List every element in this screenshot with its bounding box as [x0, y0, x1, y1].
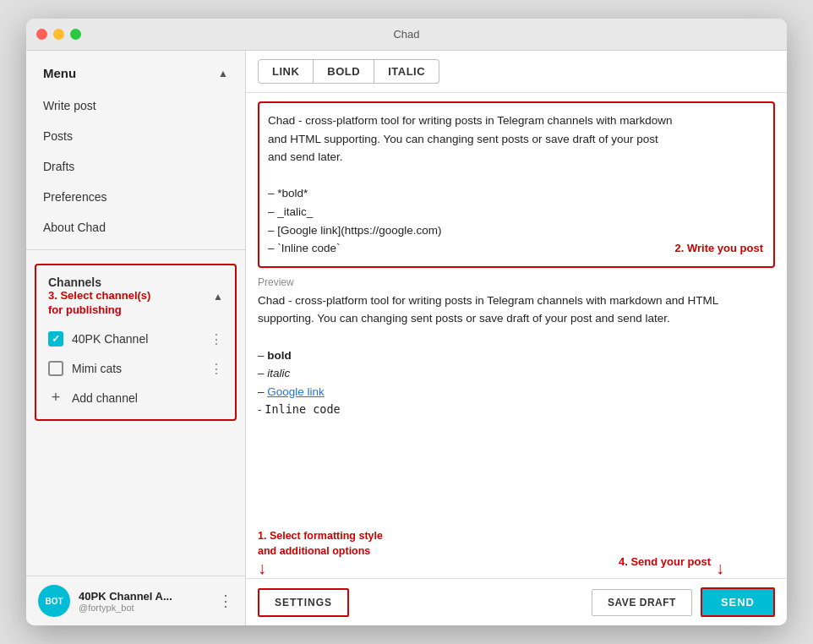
- channel-name-40pk: 40PK Channel: [72, 332, 201, 346]
- add-channel-item[interactable]: + Add channel: [36, 384, 235, 412]
- settings-button[interactable]: SETTINGS: [258, 588, 349, 617]
- channels-title-block: Channels 3. Select channel(s) for publis…: [48, 276, 150, 318]
- format-link-button[interactable]: LINK: [258, 59, 314, 84]
- add-channel-label: Add channel: [72, 391, 138, 405]
- format-bold-button[interactable]: BOLD: [314, 59, 374, 84]
- send-arrow-icon: ↓: [716, 559, 724, 578]
- preview-bold-item: – bold: [258, 347, 775, 365]
- preview-link-item: – Google link: [258, 383, 775, 401]
- save-draft-button[interactable]: SAVE DRAFT: [592, 589, 692, 616]
- sidebar: Menu ▲ Write post Posts Drafts Preferenc…: [26, 51, 246, 625]
- minimize-button[interactable]: [53, 29, 64, 40]
- add-channel-icon: +: [48, 390, 63, 406]
- sidebar-footer: BOT 40PK Channel A... @fortypk_bot ⋮: [26, 576, 245, 625]
- bot-name: 40PK Channel A...: [79, 590, 210, 603]
- channel-checkbox-40pk[interactable]: [48, 331, 63, 347]
- bot-info: 40PK Channel A... @fortypk_bot: [79, 590, 210, 613]
- bot-username: @fortypk_bot: [79, 603, 210, 613]
- channel-dots-40pk[interactable]: ⋮: [210, 331, 223, 347]
- post-editor[interactable]: Chad - cross-platform tool for writing p…: [258, 101, 775, 268]
- formatting-annotation: 1. Select formatting style and additiona…: [258, 529, 775, 559]
- preview-intro: Chad - cross-platform tool for writing p…: [258, 292, 775, 328]
- preview-italic-text: italic: [267, 367, 290, 379]
- editor-link-line: – [Google link](https://google.com): [268, 221, 765, 240]
- channels-header: Channels 3. Select channel(s) for publis…: [36, 272, 235, 325]
- titlebar: Chad: [26, 19, 787, 51]
- channels-annotation: 3. Select channel(s) for publishing: [48, 289, 150, 318]
- channel-item-mimi: Mimi cats ⋮: [36, 354, 235, 384]
- send-button[interactable]: SEND: [701, 587, 775, 617]
- preview-italic-item: – italic: [258, 364, 775, 383]
- channel-name-mimi: Mimi cats: [72, 362, 201, 375]
- maximize-button[interactable]: [70, 29, 81, 40]
- channel-checkbox-mimi[interactable]: [48, 361, 63, 376]
- close-button[interactable]: [36, 29, 47, 40]
- sidebar-item-write-post[interactable]: Write post: [26, 90, 245, 121]
- bottom-bar: 4. Send your post SETTINGS SAVE DRAFT SE…: [246, 578, 787, 625]
- channels-title: Channels: [48, 276, 150, 289]
- editor-line-3: and send later.: [268, 148, 765, 166]
- send-annotation: 4. Send your post: [619, 555, 711, 568]
- settings-arrow-icon: ↓: [258, 559, 266, 578]
- preview-link-text[interactable]: Google link: [267, 385, 325, 398]
- editor-bold-line: – *bold*: [268, 184, 765, 203]
- preview-code-text: Inline code: [265, 402, 340, 416]
- format-bar: LINK BOLD ITALIC: [246, 51, 787, 93]
- channels-section: Channels 3. Select channel(s) for publis…: [35, 264, 237, 421]
- sidebar-item-about[interactable]: About Chad: [26, 212, 245, 243]
- bot-dots-icon[interactable]: ⋮: [218, 592, 233, 610]
- preview-code-item: - Inline code: [258, 401, 775, 419]
- menu-header: Menu ▲: [26, 51, 245, 90]
- channels-chevron-icon: ▲: [213, 291, 223, 303]
- menu-chevron-icon: ▲: [218, 68, 228, 79]
- write-annotation: 2. Write you post: [675, 240, 764, 258]
- format-italic-button[interactable]: ITALIC: [374, 59, 439, 84]
- content-area: LINK BOLD ITALIC Chad - cross-platform t…: [246, 51, 787, 625]
- editor-line-1: Chad - cross-platform tool for writing p…: [268, 112, 765, 130]
- window-controls: [36, 29, 81, 40]
- editor-line-2: and HTML supporting. You can changing se…: [268, 130, 765, 149]
- avatar: BOT: [38, 585, 70, 617]
- preview-label: Preview: [258, 276, 775, 288]
- preview-bold-text: bold: [267, 349, 292, 362]
- channel-dots-mimi[interactable]: ⋮: [210, 361, 223, 377]
- sidebar-item-drafts[interactable]: Drafts: [26, 151, 245, 182]
- sidebar-item-preferences[interactable]: Preferences: [26, 182, 245, 212]
- preview-area: Chad - cross-platform tool for writing p…: [258, 292, 775, 524]
- sidebar-item-posts[interactable]: Posts: [26, 121, 245, 151]
- sidebar-divider: [26, 249, 245, 250]
- channel-item-40pk: 40PK Channel ⋮: [36, 325, 235, 354]
- main-layout: Menu ▲ Write post Posts Drafts Preferenc…: [26, 51, 787, 625]
- editor-italic-line: – _italic_: [268, 203, 765, 221]
- menu-title: Menu: [43, 66, 76, 80]
- app-window: Chad Menu ▲ Write post Posts Drafts Pref…: [26, 19, 787, 625]
- window-title: Chad: [393, 28, 419, 41]
